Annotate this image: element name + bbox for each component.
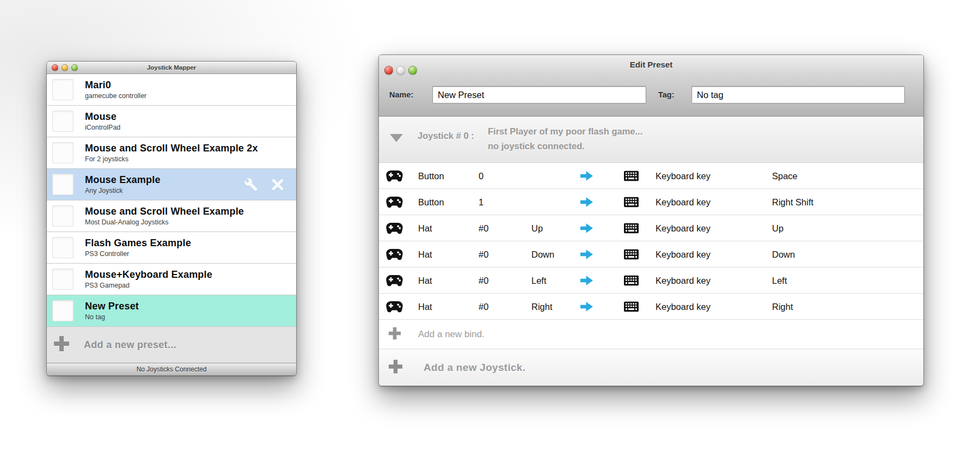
right-window-titlebar[interactable]: Edit Preset Name: Tag: (379, 55, 923, 117)
joystick-section-header: Joystick # 0 : First Player of my poor f… (379, 117, 923, 163)
tag-label: Tag: (658, 90, 675, 99)
close-button[interactable] (384, 66, 393, 75)
joystick-description: First Player of my poor flash game... (488, 124, 642, 139)
bind-target-type: Keyboard key (656, 223, 710, 233)
plus-icon (388, 327, 401, 342)
bind-row[interactable]: Button 0 Keyboard key Space (379, 163, 923, 189)
bind-row[interactable]: Button 1 Keyboard key Right Shift (379, 189, 923, 215)
preset-title: Mari0 (85, 80, 146, 91)
preset-subtitle: iControlPad (85, 124, 120, 131)
zoom-button[interactable] (71, 64, 78, 71)
arrow-right-icon (580, 223, 593, 233)
bind-direction: Left (531, 275, 547, 285)
preset-checkbox[interactable] (52, 300, 74, 321)
window-title: Joystick Mapper (47, 62, 296, 74)
preset-title: Mouse (85, 111, 120, 123)
preset-checkbox[interactable] (52, 174, 74, 195)
preset-subtitle: gamecube controller (85, 92, 146, 100)
preset-row-mouse-example-selected[interactable]: Mouse ExampleAny Joystick (47, 169, 296, 200)
keyboard-icon (624, 223, 639, 233)
zoom-button[interactable] (408, 66, 417, 75)
preset-row-flash-games[interactable]: Flash Games ExamplePS3 Controller (47, 232, 296, 264)
preset-row-mouse[interactable]: MouseiControlPad (47, 106, 296, 137)
bind-key: Down (772, 249, 795, 259)
add-joystick-button[interactable]: Add a new Joystick. (379, 349, 923, 386)
preset-row-mari0[interactable]: Mari0gamecube controller (47, 74, 296, 106)
bind-target-type: Keyboard key (656, 249, 710, 259)
preset-subtitle: Any Joystick (85, 187, 161, 194)
bind-index: #0 (479, 223, 488, 233)
bind-list: Button 0 Keyboard key Space Button 1 Key… (379, 163, 923, 320)
preset-checkbox[interactable] (52, 237, 74, 258)
bind-type: Button (418, 170, 444, 181)
bind-target-type: Keyboard key (656, 275, 710, 285)
bind-type: Hat (418, 249, 432, 259)
preset-row-new-preset-selected[interactable]: New PresetNo tag (47, 295, 296, 327)
bind-index: #0 (479, 275, 488, 285)
preset-subtitle: PS3 Controller (85, 250, 191, 258)
preset-checkbox[interactable] (52, 79, 74, 100)
bind-target-type: Keyboard key (656, 170, 710, 181)
joystick-label: Joystick # 0 : (418, 131, 474, 141)
bind-key: Right (772, 301, 793, 312)
close-button[interactable] (52, 64, 58, 71)
keyboard-icon (624, 249, 639, 259)
preset-row-mouse-keyboard[interactable]: Mouse+Keyboard ExamplePS3 Gamepad (47, 264, 296, 295)
window-title: Edit Preset (379, 55, 923, 69)
gamepad-icon (386, 248, 403, 260)
preset-form: Name: Tag: (379, 86, 923, 105)
tag-input[interactable] (691, 86, 905, 103)
triangle-down-icon[interactable] (390, 134, 403, 142)
joystick-mapper-window: Joystick Mapper Mari0gamecube controller… (46, 61, 297, 376)
bind-direction: Up (531, 223, 543, 233)
bind-row[interactable]: Hat #0 Right Keyboard key Right (379, 294, 923, 320)
minimize-button[interactable] (62, 64, 68, 71)
bind-row[interactable]: Hat #0 Up Keyboard key Up (379, 215, 923, 241)
bind-type: Hat (418, 301, 432, 312)
add-preset-button[interactable]: Add a new preset... (47, 327, 296, 363)
bind-index: #0 (479, 249, 488, 259)
name-label: Name: (389, 90, 413, 99)
keyboard-icon (624, 275, 639, 285)
gamepad-icon (386, 170, 403, 181)
bind-key: Right Shift (772, 197, 813, 207)
bind-row[interactable]: Hat #0 Left Keyboard key Left (379, 267, 923, 294)
preset-title: Mouse Example (85, 174, 161, 186)
x-icon[interactable] (271, 178, 284, 191)
arrow-right-icon (580, 275, 593, 285)
bind-index: 0 (479, 170, 483, 181)
minimize-button[interactable] (396, 66, 405, 75)
keyboard-icon (624, 170, 639, 181)
preset-checkbox[interactable] (52, 111, 74, 132)
add-bind-label: Add a new bind. (418, 329, 485, 340)
gamepad-icon (386, 196, 403, 208)
joystick-status: no joystick connected. (488, 139, 642, 154)
traffic-lights (384, 66, 417, 75)
arrow-right-icon (580, 197, 593, 207)
add-preset-label: Add a new preset... (84, 339, 176, 351)
bind-key: Up (772, 223, 783, 233)
preset-subtitle: PS3 Gamepad (85, 282, 212, 289)
gamepad-icon (386, 222, 403, 234)
name-input[interactable] (432, 86, 646, 103)
preset-checkbox[interactable] (52, 205, 74, 227)
bind-direction: Right (531, 301, 553, 312)
bind-index: #0 (479, 301, 488, 312)
bind-key: Left (772, 275, 787, 285)
preset-title: Mouse and Scroll Wheel Example (85, 206, 244, 217)
preset-row-scroll-2x[interactable]: Mouse and Scroll Wheel Example 2xFor 2 j… (47, 137, 296, 169)
status-bar: No Joysticks Connected (47, 363, 296, 375)
left-window-titlebar[interactable]: Joystick Mapper (47, 62, 296, 74)
preset-subtitle: Most Dual-Analog Joysticks (85, 218, 244, 226)
keyboard-icon (624, 301, 639, 312)
preset-checkbox[interactable] (52, 269, 74, 290)
preset-row-scroll[interactable]: Mouse and Scroll Wheel ExampleMost Dual-… (47, 200, 296, 232)
arrow-right-icon (580, 301, 593, 312)
plus-icon (53, 336, 70, 354)
wrench-icon[interactable] (244, 178, 258, 192)
preset-title: Mouse+Keyboard Example (85, 269, 212, 281)
bind-row[interactable]: Hat #0 Down Keyboard key Down (379, 241, 923, 267)
bind-type: Hat (418, 223, 432, 233)
add-bind-button[interactable]: Add a new bind. (379, 320, 923, 349)
preset-checkbox[interactable] (52, 142, 74, 163)
